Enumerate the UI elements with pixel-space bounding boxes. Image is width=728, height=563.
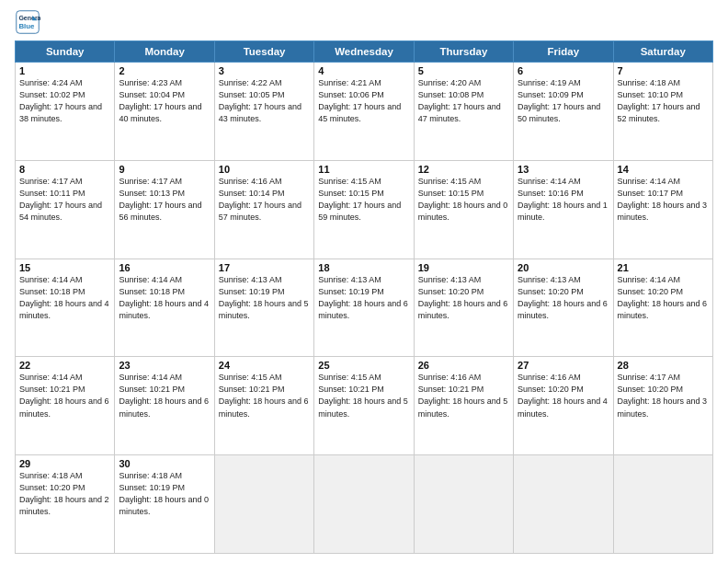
calendar-day: 27Sunrise: 4:16 AMSunset: 10:20 PMDaylig… [514, 357, 613, 455]
calendar-day: 29Sunrise: 4:18 AMSunset: 10:20 PMDaylig… [16, 455, 115, 554]
calendar-day: 25Sunrise: 4:15 AMSunset: 10:21 PMDaylig… [314, 357, 414, 455]
day-number: 14 [618, 164, 709, 175]
calendar-day: 22Sunrise: 4:14 AMSunset: 10:21 PMDaylig… [16, 357, 115, 455]
day-info: Sunrise: 4:23 AMSunset: 10:04 PMDaylight… [119, 77, 210, 125]
day-info: Sunrise: 4:17 AMSunset: 10:20 PMDaylight… [618, 372, 709, 419]
day-number: 26 [418, 360, 509, 371]
svg-text:General: General [18, 15, 40, 21]
calendar-day: 3Sunrise: 4:22 AMSunset: 10:05 PMDayligh… [214, 63, 313, 161]
day-info: Sunrise: 4:16 AMSunset: 10:20 PMDaylight… [518, 372, 609, 419]
day-info: Sunrise: 4:20 AMSunset: 10:08 PMDaylight… [418, 77, 509, 125]
svg-text:Blue: Blue [18, 22, 35, 30]
day-info: Sunrise: 4:14 AMSunset: 10:21 PMDaylight… [119, 372, 210, 419]
weekday-header: Friday [514, 41, 613, 63]
day-info: Sunrise: 4:15 AMSunset: 10:15 PMDaylight… [418, 176, 509, 224]
day-number: 16 [119, 262, 210, 273]
day-info: Sunrise: 4:16 AMSunset: 10:21 PMDaylight… [418, 372, 509, 419]
calendar-day: 12Sunrise: 4:15 AMSunset: 10:15 PMDaylig… [414, 160, 513, 259]
day-number: 23 [119, 360, 210, 371]
day-info: Sunrise: 4:17 AMSunset: 10:11 PMDaylight… [19, 176, 110, 224]
day-info: Sunrise: 4:14 AMSunset: 10:18 PMDaylight… [119, 274, 210, 322]
day-info: Sunrise: 4:18 AMSunset: 10:10 PMDaylight… [618, 77, 709, 125]
weekday-header: Thursday [414, 41, 513, 63]
calendar-day: 15Sunrise: 4:14 AMSunset: 10:18 PMDaylig… [16, 259, 115, 357]
calendar-day: 4Sunrise: 4:21 AMSunset: 10:06 PMDayligh… [314, 63, 414, 161]
calendar-day: 28Sunrise: 4:17 AMSunset: 10:20 PMDaylig… [613, 357, 712, 455]
day-number: 6 [518, 65, 609, 76]
day-info: Sunrise: 4:16 AMSunset: 10:14 PMDaylight… [219, 176, 310, 224]
day-number: 10 [219, 164, 310, 175]
day-info: Sunrise: 4:14 AMSunset: 10:18 PMDaylight… [19, 274, 110, 322]
weekday-header: Sunday [16, 41, 115, 63]
day-info: Sunrise: 4:13 AMSunset: 10:20 PMDaylight… [518, 274, 609, 322]
calendar-day: 10Sunrise: 4:16 AMSunset: 10:14 PMDaylig… [214, 160, 313, 259]
day-number: 1 [19, 65, 110, 76]
day-number: 27 [518, 360, 609, 371]
day-number: 7 [618, 65, 709, 76]
calendar-day: 21Sunrise: 4:14 AMSunset: 10:20 PMDaylig… [613, 259, 712, 357]
empty-cell [314, 455, 414, 554]
day-number: 19 [418, 262, 509, 273]
calendar-day: 14Sunrise: 4:14 AMSunset: 10:17 PMDaylig… [613, 160, 712, 259]
day-info: Sunrise: 4:15 AMSunset: 10:21 PMDaylight… [219, 372, 310, 419]
day-number: 3 [219, 65, 310, 76]
calendar-day: 26Sunrise: 4:16 AMSunset: 10:21 PMDaylig… [414, 357, 513, 455]
calendar-day: 23Sunrise: 4:14 AMSunset: 10:21 PMDaylig… [115, 357, 214, 455]
calendar-day: 30Sunrise: 4:18 AMSunset: 10:19 PMDaylig… [115, 455, 214, 554]
day-number: 22 [19, 360, 110, 371]
day-number: 17 [219, 262, 310, 273]
calendar-day: 6Sunrise: 4:19 AMSunset: 10:09 PMDayligh… [514, 63, 613, 161]
day-info: Sunrise: 4:14 AMSunset: 10:17 PMDaylight… [618, 176, 709, 224]
day-number: 8 [19, 164, 110, 175]
day-info: Sunrise: 4:18 AMSunset: 10:19 PMDaylight… [119, 470, 210, 518]
empty-cell [214, 455, 313, 554]
day-info: Sunrise: 4:15 AMSunset: 10:21 PMDaylight… [318, 372, 409, 419]
day-number: 2 [119, 65, 210, 76]
day-number: 12 [418, 164, 509, 175]
day-number: 20 [518, 262, 609, 273]
calendar-day: 1Sunrise: 4:24 AMSunset: 10:02 PMDayligh… [16, 63, 115, 161]
logo-icon: General Blue [15, 9, 40, 35]
day-number: 30 [119, 458, 210, 469]
calendar-day: 9Sunrise: 4:17 AMSunset: 10:13 PMDayligh… [115, 160, 214, 259]
day-info: Sunrise: 4:18 AMSunset: 10:20 PMDaylight… [19, 470, 110, 518]
weekday-header: Saturday [613, 41, 712, 63]
day-number: 21 [618, 262, 709, 273]
weekday-header: Monday [115, 41, 214, 63]
calendar-day: 13Sunrise: 4:14 AMSunset: 10:16 PMDaylig… [514, 160, 613, 259]
empty-cell [514, 455, 613, 554]
calendar-day: 20Sunrise: 4:13 AMSunset: 10:20 PMDaylig… [514, 259, 613, 357]
day-info: Sunrise: 4:13 AMSunset: 10:19 PMDaylight… [318, 274, 409, 322]
calendar-day: 17Sunrise: 4:13 AMSunset: 10:19 PMDaylig… [214, 259, 313, 357]
day-number: 25 [318, 360, 409, 371]
empty-cell [414, 455, 513, 554]
day-info: Sunrise: 4:13 AMSunset: 10:19 PMDaylight… [219, 274, 310, 322]
day-number: 11 [318, 164, 409, 175]
day-info: Sunrise: 4:14 AMSunset: 10:16 PMDaylight… [518, 176, 609, 224]
calendar-table: SundayMondayTuesdayWednesdayThursdayFrid… [15, 40, 713, 554]
empty-cell [613, 455, 712, 554]
day-number: 9 [119, 164, 210, 175]
weekday-header: Wednesday [314, 41, 414, 63]
header: General Blue [15, 9, 713, 35]
day-number: 18 [318, 262, 409, 273]
day-number: 15 [19, 262, 110, 273]
day-number: 28 [618, 360, 709, 371]
calendar-day: 7Sunrise: 4:18 AMSunset: 10:10 PMDayligh… [613, 63, 712, 161]
calendar-day: 5Sunrise: 4:20 AMSunset: 10:08 PMDayligh… [414, 63, 513, 161]
day-number: 29 [19, 458, 110, 469]
day-number: 13 [518, 164, 609, 175]
day-info: Sunrise: 4:22 AMSunset: 10:05 PMDaylight… [219, 77, 310, 125]
day-info: Sunrise: 4:24 AMSunset: 10:02 PMDaylight… [19, 77, 110, 125]
calendar-day: 16Sunrise: 4:14 AMSunset: 10:18 PMDaylig… [115, 259, 214, 357]
day-info: Sunrise: 4:17 AMSunset: 10:13 PMDaylight… [119, 176, 210, 224]
day-info: Sunrise: 4:15 AMSunset: 10:15 PMDaylight… [318, 176, 409, 224]
day-info: Sunrise: 4:21 AMSunset: 10:06 PMDaylight… [318, 77, 409, 125]
day-info: Sunrise: 4:14 AMSunset: 10:20 PMDaylight… [618, 274, 709, 322]
calendar-day: 8Sunrise: 4:17 AMSunset: 10:11 PMDayligh… [16, 160, 115, 259]
calendar-day: 19Sunrise: 4:13 AMSunset: 10:20 PMDaylig… [414, 259, 513, 357]
page: General Blue SundayMondayTuesdayWednesda… [0, 0, 728, 563]
calendar-day: 2Sunrise: 4:23 AMSunset: 10:04 PMDayligh… [115, 63, 214, 161]
day-info: Sunrise: 4:14 AMSunset: 10:21 PMDaylight… [19, 372, 110, 419]
calendar-day: 18Sunrise: 4:13 AMSunset: 10:19 PMDaylig… [314, 259, 414, 357]
